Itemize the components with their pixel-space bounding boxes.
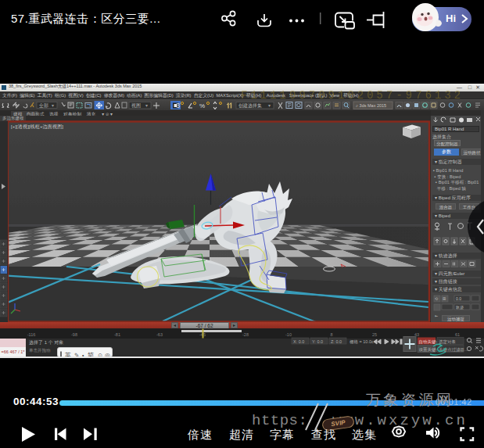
svg-text:Z: 0.0: Z: 0.0	[331, 339, 342, 344]
svg-text:轨迹: 轨迹	[456, 305, 464, 310]
svg-text:0.0: 0.0	[456, 296, 461, 301]
svg-text:栅格 = 10.0c: 栅格 = 10.0c	[350, 339, 374, 345]
svg-text:-81: -81	[114, 332, 120, 337]
svg-text:-28: -28	[242, 332, 249, 337]
svg-text:⟲: ⟲	[435, 296, 438, 301]
svg-text:关键点过滤器...: 关键点过滤器...	[439, 347, 468, 353]
svg-text:X: 0.0: X: 0.0	[293, 339, 304, 344]
svg-text:[+][透视][线框+边面视图]: [+][透视][线框+边面视图]	[11, 124, 63, 130]
svg-text:⇤: ⇤	[435, 314, 438, 318]
svg-text:-63: -63	[156, 332, 163, 337]
svg-text:⊞: ⊞	[443, 296, 446, 301]
svg-text:-98: -98	[71, 332, 77, 337]
svg-text:选定对象: 选定对象	[439, 339, 457, 345]
svg-text:-116: -116	[27, 332, 36, 337]
svg-text:Y: 0.0: Y: 0.0	[312, 339, 323, 344]
